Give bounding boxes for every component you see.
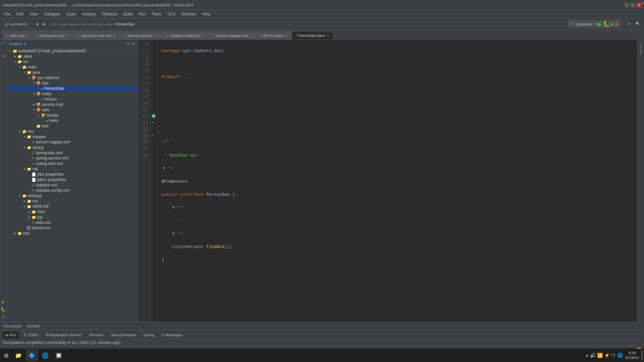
- menu-run[interactable]: Run: [136, 11, 149, 17]
- toggle-root[interactable]: ▼: [8, 49, 13, 53]
- systray-up-arrow[interactable]: ∧: [585, 353, 589, 358]
- close-tab-mybatis[interactable]: ✕: [202, 34, 205, 37]
- menu-vcs[interactable]: VCS: [165, 11, 178, 17]
- taskbar-app3[interactable]: 🔲: [53, 349, 65, 361]
- toggle-webapp-res[interactable]: ▶: [22, 199, 27, 203]
- gutter-fold-13[interactable]: ▼: [152, 119, 157, 126]
- close-tab-spring-service[interactable]: ✕: [113, 34, 116, 37]
- show-desktop-btn[interactable]: [641, 350, 643, 361]
- toggle-spring[interactable]: ▼: [22, 146, 27, 149]
- project-sidebar-icon[interactable]: 1: [1, 41, 5, 46]
- tree-node-main[interactable]: ▼ 📁 main: [7, 64, 137, 70]
- toggle-xyz[interactable]: ▼: [27, 76, 32, 79]
- tree-node-jsp[interactable]: ▶ 📁 jsp: [7, 215, 137, 220]
- toggle-idea[interactable]: ▶: [13, 55, 17, 58]
- close-tab-persondao[interactable]: ✕: [327, 34, 329, 37]
- toggle-entity[interactable]: ▼: [32, 92, 36, 96]
- tree-node-spring-web[interactable]: ⚙ spring-web.xml: [7, 161, 137, 166]
- tab-app-servers[interactable]: ⊞ Application Servers: [43, 331, 85, 339]
- systray-power[interactable]: ⚡: [604, 353, 610, 358]
- toolbar-settings-btn[interactable]: ⚙: [626, 21, 633, 27]
- maximize-button[interactable]: □: [631, 3, 635, 7]
- menu-refactor[interactable]: Refactor: [100, 11, 120, 17]
- run-with-coverage-btn[interactable]: ▶: [611, 21, 614, 26]
- tree-node-webapp[interactable]: ▼ 📁 webapp: [7, 193, 137, 198]
- toolbar-forward-btn[interactable]: ▶: [41, 21, 47, 27]
- systray-shield[interactable]: 🛡: [611, 353, 616, 358]
- breadcrumb-persondao[interactable]: PersonDao: [3, 324, 22, 328]
- menu-window[interactable]: Window: [179, 11, 199, 17]
- toggle-jsp[interactable]: ▶: [27, 216, 32, 219]
- toggle-java[interactable]: ▼: [22, 71, 27, 74]
- tree-node-res[interactable]: ▼ 📁 res: [7, 129, 137, 134]
- tree-node-webapp-res[interactable]: ▶ 📁 res: [7, 198, 137, 204]
- systray-network[interactable]: 📶: [597, 353, 603, 358]
- toggle-test-root[interactable]: ▶: [13, 232, 17, 235]
- tab-spring[interactable]: Spring: [140, 331, 158, 339]
- code-area[interactable]: package xyz.sadness.dao; ▼import ... /**…: [158, 40, 637, 322]
- clock[interactable]: 9:38 2019/9/1: [625, 351, 639, 360]
- toggle-src[interactable]: ▼: [13, 60, 17, 63]
- menu-help[interactable]: Help: [199, 11, 213, 17]
- tab-persondao-java[interactable]: J PersonDao.java ✕: [292, 31, 333, 39]
- toggle-web[interactable]: ▼: [32, 108, 36, 112]
- tree-node-service-impl[interactable]: ▶ 📦 service.impl: [7, 102, 137, 107]
- toggle-main[interactable]: ▼: [17, 65, 22, 69]
- menu-code[interactable]: Code: [63, 11, 78, 17]
- taskbar-chrome[interactable]: 🌐: [39, 349, 51, 361]
- tree-node-jdbc[interactable]: 📄 jdbc.properties: [7, 172, 137, 177]
- tab-person-java[interactable]: J Person.java ✕: [257, 31, 291, 39]
- tab-spring-dao-xml[interactable]: ⚙ spring-dao.xml ✕: [32, 31, 73, 39]
- menu-analyze[interactable]: Analyze: [79, 11, 99, 17]
- tree-node-dao[interactable]: ▼ 📦 dao: [7, 80, 137, 86]
- toggle-service-impl[interactable]: ▶: [32, 103, 36, 106]
- gutter-bean-icon[interactable]: ●: [152, 113, 157, 120]
- menu-view[interactable]: View: [27, 11, 41, 17]
- toggle-mapper[interactable]: ▼: [22, 135, 27, 138]
- taskbar-intellij[interactable]: 🔷: [26, 349, 38, 361]
- toggle-dao[interactable]: ▼: [32, 81, 36, 85]
- tab-todo[interactable]: 6: TODO: [20, 331, 42, 339]
- toolbar-search-btn[interactable]: 🔍: [634, 21, 642, 27]
- minimize-button[interactable]: ─: [625, 3, 629, 7]
- tree-node-src[interactable]: ▼ 📁 src: [7, 59, 137, 64]
- menu-edit[interactable]: Edit: [14, 11, 26, 17]
- tree-node-person-mapper[interactable]: ⚙ person.mapper.xml: [7, 139, 137, 145]
- breadcrumb-findall[interactable]: findAll(): [27, 324, 40, 328]
- right-scrollbar[interactable]: ▲ ▼: [641, 0, 644, 362]
- close-tab-person[interactable]: ✕: [285, 34, 288, 37]
- close-tab-spring-dao[interactable]: ✕: [66, 34, 69, 37]
- tab-messages[interactable]: 0: Messages: [158, 331, 185, 339]
- structure-icon[interactable]: ⊞: [2, 52, 5, 60]
- tree-node-spring-dao[interactable]: ⚙ spring-dao.xml: [7, 150, 137, 156]
- tab-person-mapper-xml[interactable]: ⚙ person.mapper.xml ✕: [209, 31, 257, 39]
- tree-node-idea[interactable]: ▶ 📁 .idea: [7, 54, 137, 59]
- tab-web-xml[interactable]: ⚙ web.xml ✕: [2, 31, 32, 39]
- tab-spring-web-xml[interactable]: ⚙ spring-web.xml ✕: [120, 31, 161, 39]
- tree-node-spring[interactable]: ▼ 📁 spring: [7, 145, 137, 150]
- tree-node-test-pkg[interactable]: 📁 test: [7, 123, 137, 129]
- taskbar-explorer[interactable]: 📁: [12, 349, 24, 361]
- tree-node-test-root[interactable]: ▶ 📁 test: [7, 231, 137, 236]
- toggle-webapp[interactable]: ▼: [17, 194, 22, 197]
- tree-node-person[interactable]: ● Person: [7, 97, 137, 102]
- menu-tools[interactable]: Tools: [149, 11, 164, 17]
- debug-sidebar-icon[interactable]: 🐛: [1, 306, 6, 313]
- tree-node-webinf[interactable]: ▼ 📁 WEB-INF: [7, 204, 137, 209]
- tab-run[interactable]: ▶ Run: [2, 331, 20, 339]
- toggle-simple[interactable]: ▼: [36, 114, 41, 117]
- tree-node-java[interactable]: ▼ 📁 java: [7, 70, 137, 75]
- toggle-res[interactable]: ▼: [17, 130, 22, 133]
- tree-node-jdbc1[interactable]: 📄 jdbc1.properties: [7, 177, 137, 182]
- tree-node-web[interactable]: ▼ 📦 web: [7, 107, 137, 113]
- code-editor[interactable]: 1 2 3 4 5 6 7 8 9 10 11 12 13 14 15 16 1…: [138, 40, 637, 322]
- menu-navigate[interactable]: Navigate: [42, 11, 63, 17]
- tree-node-web-xml-file[interactable]: ⚙ web.xml: [7, 220, 137, 225]
- tree-node-sql[interactable]: ▼ 📁 sql: [7, 166, 137, 172]
- tab-terminal[interactable]: Terminal: [86, 331, 107, 339]
- run-button[interactable]: ▶: [598, 21, 602, 27]
- close-tab-web-xml[interactable]: ✕: [25, 34, 28, 37]
- toggle-webinf[interactable]: ▼: [22, 205, 27, 208]
- settings-btn[interactable]: ⚙: [131, 42, 135, 46]
- tree-node-spring-service[interactable]: ⚙ spring-service.xml: [7, 156, 137, 161]
